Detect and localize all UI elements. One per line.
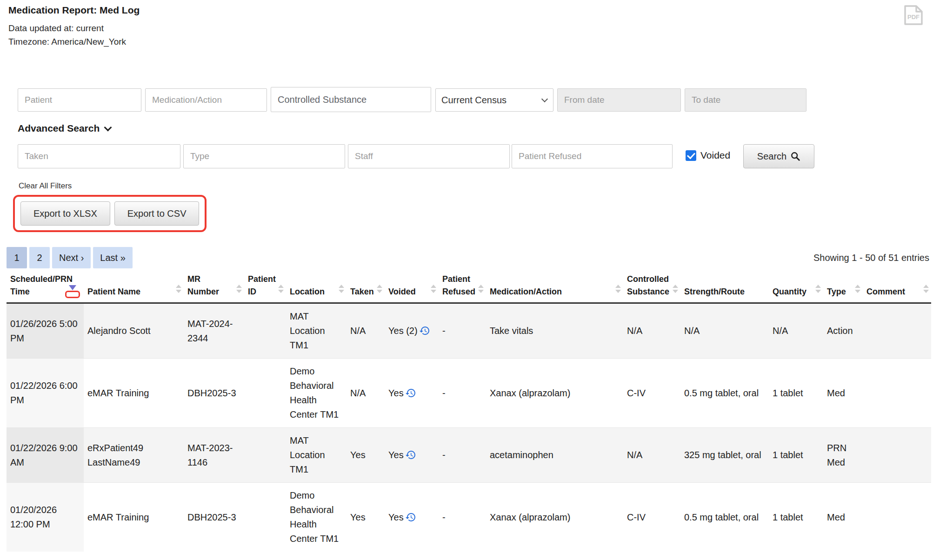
table-cell: Med [823,483,863,552]
table-cell: DBH2025-3 [184,359,244,428]
table-cell: Yes [385,483,439,552]
next-page-button[interactable]: Next › [52,247,91,268]
to-date-input[interactable] [685,88,806,112]
table-row: 01/22/2026 9:00 AM eRxPatient49 LastName… [7,428,931,483]
column-header-quantity[interactable]: Quantity [769,272,823,303]
table-cell [863,428,931,483]
table-cell: N/A [623,428,680,483]
column-header-scheduled-time[interactable]: Scheduled/PRN Time [7,272,84,303]
entries-count: Showing 1 - 50 of 51 entries [813,253,929,263]
table-cell: - [439,303,486,359]
search-icon [790,151,800,161]
column-header-strength-route[interactable]: Strength/Route [680,272,769,303]
pdf-export-icon[interactable]: PDF [901,5,925,28]
column-header-type[interactable]: Type [823,272,863,303]
sort-icon [431,285,436,293]
sort-desc-icon [69,285,76,300]
patient-filter-input[interactable] [18,88,141,112]
table-cell: N/A [347,303,385,359]
table-cell: Alejandro Scott [84,303,184,359]
table-cell: MAT Location TM1 [286,303,347,359]
table-cell: 0.5 mg tablet, oral [680,359,769,428]
taken-filter-input[interactable] [18,144,180,168]
table-cell: 01/22/2026 6:00 PM [7,359,84,428]
history-icon[interactable] [405,512,416,523]
export-xlsx-button[interactable]: Export to XLSX [20,201,110,226]
table-cell [244,428,286,483]
census-select[interactable]: Current Census [435,88,553,112]
from-date-input[interactable] [557,88,681,112]
column-header-medication-action[interactable]: Medication/Action [486,272,623,303]
medication-filter-input[interactable] [145,88,267,112]
table-cell [244,359,286,428]
timezone-text: Timezone: America/New_York [8,35,140,48]
table-cell: Med [823,359,863,428]
table-cell: - [439,359,486,428]
sort-icon [615,285,621,293]
table-cell: - [439,483,486,552]
table-cell: Xanax (alprazolam) [486,483,623,552]
column-header-controlled-substance[interactable]: Controlled Substance [623,272,680,303]
sort-icon [339,285,344,293]
history-icon[interactable] [419,325,430,336]
column-header-voided[interactable]: Voided [385,272,439,303]
table-cell [244,483,286,552]
export-csv-button[interactable]: Export to CSV [114,201,200,226]
voided-checkbox[interactable] [686,150,696,161]
voided-label: Voided [700,150,730,161]
table-cell: 01/26/2026 5:00 PM [7,303,84,359]
column-header-patient-name[interactable]: Patient Name [84,272,184,303]
history-icon[interactable] [405,449,416,460]
advanced-search-toggle[interactable]: Advanced Search [18,123,111,134]
history-icon[interactable] [405,387,416,399]
table-cell: Xanax (alprazolam) [486,359,623,428]
advanced-search-label: Advanced Search [18,123,100,133]
table-cell: N/A [623,303,680,359]
sort-icon [923,285,929,293]
table-cell: 1 tablet [769,428,823,483]
patient-refused-filter-input[interactable] [512,144,673,168]
table-cell: Demo Behavioral Health Center TM1 [286,483,347,552]
export-highlight-annotation: Export to XLSX Export to CSV [13,195,207,232]
column-header-taken[interactable]: Taken [347,272,385,303]
controlled-substance-filter-input[interactable] [271,87,431,112]
sort-icon [478,285,484,293]
med-log-table: Scheduled/PRN Time Patient Name MR Numbe… [7,272,931,552]
column-header-patient-refused[interactable]: Patient Refused [439,272,486,303]
table-row: 01/20/2026 12:00 PM eMAR Training DBH202… [7,483,931,552]
sort-icon [236,285,242,293]
table-cell: eMAR Training [84,359,184,428]
table-cell: Yes [385,359,439,428]
table-cell [863,303,931,359]
med-log-table-wrap: Scheduled/PRN Time Patient Name MR Numbe… [7,272,931,552]
table-cell: 0.5 mg tablet, oral [680,483,769,552]
table-cell: Yes [347,483,385,552]
chevron-down-icon [104,124,112,132]
search-button-label: Search [757,151,786,162]
table-cell: MAT-2023-1146 [184,428,244,483]
data-updated-text: Data updated at: current [8,21,140,35]
sort-icon [673,285,678,293]
last-page-button[interactable]: Last » [93,247,132,268]
table-cell: eMAR Training [84,483,184,552]
sort-icon [815,285,821,293]
table-cell [244,303,286,359]
table-row: 01/26/2026 5:00 PM Alejandro Scott MAT-2… [7,303,931,359]
column-header-patient-id[interactable]: Patient ID [244,272,286,303]
table-header-row: Scheduled/PRN Time Patient Name MR Numbe… [7,272,931,303]
page-button-2[interactable]: 2 [29,247,50,268]
table-row: 01/22/2026 6:00 PM eMAR Training DBH2025… [7,359,931,428]
table-cell: MAT-2024-2344 [184,303,244,359]
sort-highlight-annotation [65,291,80,298]
column-header-mr-number[interactable]: MR Number [184,272,244,303]
table-cell [863,483,931,552]
search-button[interactable]: Search [743,144,814,168]
staff-filter-input[interactable] [348,144,510,168]
column-header-location[interactable]: Location [286,272,347,303]
type-filter-input[interactable] [183,144,345,168]
pdf-icon-label: PDF [907,13,920,20]
column-header-comment[interactable]: Comment [863,272,931,303]
clear-all-filters-link[interactable]: Clear All Filters [19,181,72,191]
table-cell: acetaminophen [486,428,623,483]
page-button-1[interactable]: 1 [7,247,27,268]
